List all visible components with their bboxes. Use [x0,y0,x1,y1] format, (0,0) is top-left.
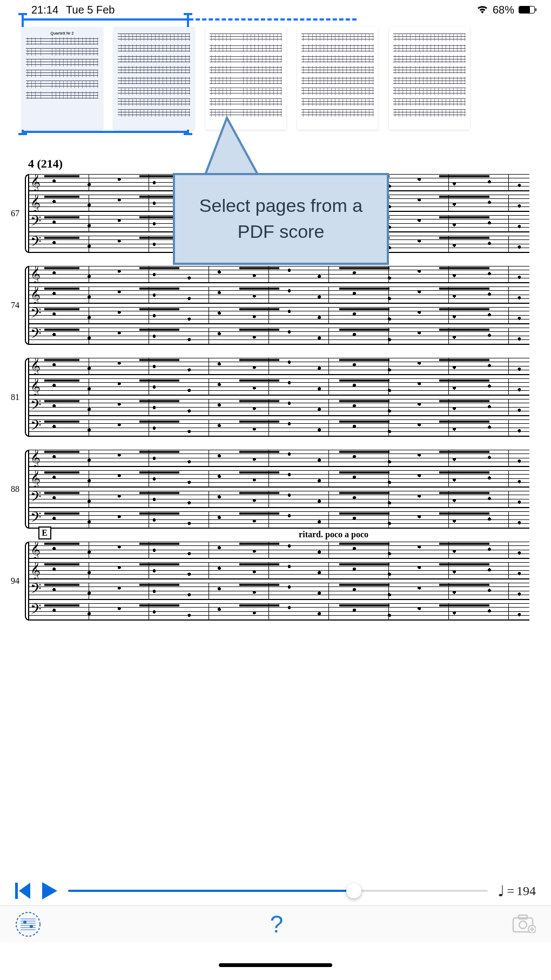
tutorial-callout: Select pages from a PDF score [173,173,389,265]
app-icon[interactable] [15,911,41,937]
status-bar: 21:14 Tue 5 Feb 68% [0,0,551,19]
page-thumbnail-4[interactable] [297,27,378,130]
help-button[interactable]: ? [270,911,283,938]
svg-point-5 [16,912,40,936]
rehearsal-mark-e: E [38,526,51,539]
score-system-3: 81 𝄞 cresc. f 𝄞 cresc. f 𝄢 cresc. arco f… [28,358,529,437]
wifi-icon [476,4,488,16]
score-system-5: 94 E ritard. poco a poco 𝄞 p dolce 𝄞 p d… [28,542,529,621]
svg-marker-0 [204,118,259,177]
svg-point-12 [23,921,26,924]
tempo-display[interactable]: ♩ = 194 [498,882,536,900]
svg-point-16 [519,921,527,929]
battery-percent: 68% [493,4,514,16]
selection-dash-bottom [22,131,108,133]
page-thumbnail-3[interactable] [205,27,286,130]
svg-rect-15 [519,915,527,919]
camera-add-button[interactable] [512,914,536,935]
score-system-4: 88 𝄞 𝄞 𝄢 𝄢 [28,450,529,529]
callout-text: Select pages from a PDF score [186,193,376,244]
page-number: 4 (214) [28,157,529,171]
playback-bar: ♩ = 194 [15,877,536,904]
playback-slider[interactable] [68,890,488,892]
page-thumbnail-2[interactable] [113,27,194,130]
svg-rect-2 [15,883,18,899]
play-button[interactable] [41,881,58,901]
page-thumbnail-1[interactable]: Quartett Nr 2 [22,27,103,130]
svg-marker-3 [19,883,30,899]
page-thumbnail-strip[interactable]: Quartett Nr 2 [22,22,540,135]
status-time: 21:14 [31,4,58,16]
bottom-toolbar: ? [0,905,551,942]
home-indicator[interactable] [219,963,332,967]
svg-marker-4 [42,882,57,899]
status-date: Tue 5 Feb [66,4,115,16]
skip-back-button[interactable] [15,882,31,900]
slider-thumb[interactable] [346,883,361,898]
quarter-note-icon: ♩ [498,882,505,900]
svg-point-13 [30,925,33,928]
score-system-2: 74 D 𝄞 dolce 𝄞 più p dolce 𝄢 pp dolce 𝄢 … [28,266,529,345]
battery-icon [519,6,535,14]
page-thumbnail-5[interactable] [389,27,470,130]
